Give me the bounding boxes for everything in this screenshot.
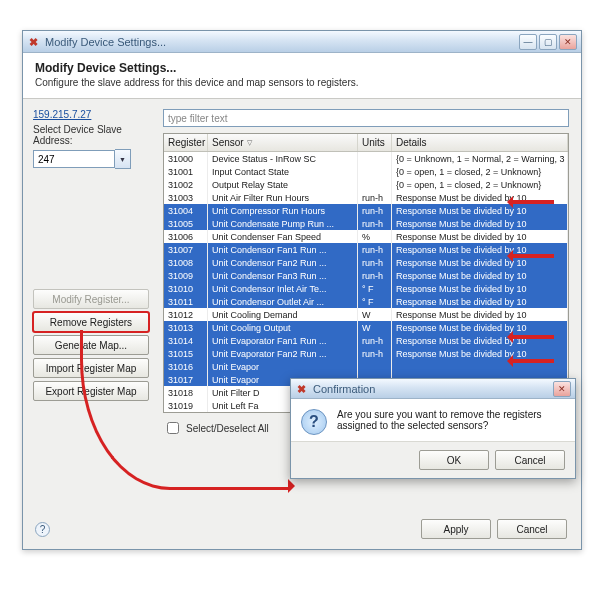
left-column: 159.215.7.27 Select Device Slave Address… — [33, 109, 159, 169]
cell-sensor: Unit Condensate Pump Run ... — [208, 217, 358, 230]
window-title: Modify Device Settings... — [45, 36, 166, 48]
annotation-arrow-icon — [510, 335, 554, 339]
app-icon: ✖ — [29, 36, 41, 48]
maximize-button[interactable]: ▢ — [539, 34, 557, 50]
table-row[interactable]: 31006Unit Condenser Fan Speed%Response M… — [164, 230, 568, 243]
cell-units: run-h — [358, 204, 392, 217]
table-row[interactable]: 31005Unit Condensate Pump Run ...run-hRe… — [164, 217, 568, 230]
cell-sensor: Unit Compressor Run Hours — [208, 204, 358, 217]
apply-button[interactable]: Apply — [421, 519, 491, 539]
device-ip-link[interactable]: 159.215.7.27 — [33, 109, 159, 120]
col-register: Register — [164, 134, 208, 151]
cell-sensor: Input Contact State — [208, 165, 358, 178]
page-subtitle: Configure the slave address for this dev… — [35, 77, 569, 88]
dialog-footer: OK Cancel — [291, 442, 575, 478]
slave-address-combo[interactable]: ▼ — [33, 149, 159, 169]
table-row[interactable]: 31009Unit Condensor Fan3 Run ...run-hRes… — [164, 269, 568, 282]
close-button[interactable]: ✕ — [559, 34, 577, 50]
table-row[interactable]: 31000Device Status - InRow SC{0 = Unknow… — [164, 152, 568, 165]
cell-sensor: Unit Condensor Fan3 Run ... — [208, 269, 358, 282]
col-sensor: Sensor▽ — [208, 134, 358, 151]
modify-register-button: Modify Register... — [33, 289, 149, 309]
table-row[interactable]: 31012Unit Cooling DemandWResponse Must b… — [164, 308, 568, 321]
cell-units — [358, 152, 392, 165]
sort-asc-icon: ▽ — [247, 139, 252, 147]
cell-units: run-h — [358, 269, 392, 282]
cell-details: Response Must be divided by 10 — [392, 217, 568, 230]
dialog-ok-button[interactable]: OK — [419, 450, 489, 470]
cell-sensor: Output Relay State — [208, 178, 358, 191]
cell-sensor: Unit Condenser Fan Speed — [208, 230, 358, 243]
cell-reg: 31009 — [164, 269, 208, 282]
titlebar[interactable]: ✖ Modify Device Settings... — ▢ ✕ — [23, 31, 581, 53]
cell-reg: 31002 — [164, 178, 208, 191]
cell-reg: 31001 — [164, 165, 208, 178]
cell-sensor: Unit Condensor Inlet Air Te... — [208, 282, 358, 295]
cell-details: Response Must be divided by 10 — [392, 204, 568, 217]
cell-units: run-h — [358, 334, 392, 347]
annotation-arrow-icon — [510, 359, 554, 363]
cell-units — [358, 178, 392, 191]
remove-registers-button[interactable]: Remove Registers — [33, 312, 149, 332]
annotation-arrow-icon — [510, 200, 554, 204]
cell-sensor: Unit Condensor Fan2 Run ... — [208, 256, 358, 269]
filter-input[interactable] — [163, 109, 569, 127]
chevron-down-icon[interactable]: ▼ — [115, 149, 131, 169]
annotation-arrow-icon — [510, 254, 554, 258]
cell-reg: 31012 — [164, 308, 208, 321]
cell-units: run-h — [358, 217, 392, 230]
cell-reg: 31003 — [164, 191, 208, 204]
cell-units: W — [358, 308, 392, 321]
dialog-close-button[interactable]: ✕ — [553, 381, 571, 397]
cell-sensor: Unit Condensor Fan1 Run ... — [208, 243, 358, 256]
page-title: Modify Device Settings... — [35, 61, 569, 75]
cell-details: Response Must be divided by 10 — [392, 295, 568, 308]
dialog-titlebar[interactable]: ✖ Confirmation ✕ — [291, 379, 575, 399]
cell-units: run-h — [358, 191, 392, 204]
cell-sensor: Unit Cooling Demand — [208, 308, 358, 321]
confirmation-dialog: ✖ Confirmation ✕ ? Are you sure you want… — [290, 378, 576, 479]
table-row[interactable]: 31010Unit Condensor Inlet Air Te...° FRe… — [164, 282, 568, 295]
col-details: Details — [392, 134, 568, 151]
cell-units — [358, 360, 392, 373]
cell-details: Response Must be divided by 10 — [392, 321, 568, 334]
cell-reg: 31004 — [164, 204, 208, 217]
cell-reg: 31007 — [164, 243, 208, 256]
dialog-title: Confirmation — [313, 383, 375, 395]
cancel-button[interactable]: Cancel — [497, 519, 567, 539]
cell-reg: 31000 — [164, 152, 208, 165]
cell-units: ° F — [358, 295, 392, 308]
cell-details: Response Must be divided by 10 — [392, 230, 568, 243]
cell-reg: 31008 — [164, 256, 208, 269]
cell-sensor: Device Status - InRow SC — [208, 152, 358, 165]
table-row[interactable]: 31002Output Relay State{0 = open, 1 = cl… — [164, 178, 568, 191]
cell-units: run-h — [358, 243, 392, 256]
dialog-message: Are you sure you want to remove the regi… — [337, 409, 565, 435]
cell-details: Response Must be divided by 10 — [392, 269, 568, 282]
cell-reg: 31005 — [164, 217, 208, 230]
cell-reg: 31011 — [164, 295, 208, 308]
grid-header[interactable]: Register Sensor▽ Units Details — [164, 134, 568, 152]
cell-details: Response Must be divided by 10 — [392, 282, 568, 295]
cell-units: run-h — [358, 256, 392, 269]
slave-address-input[interactable] — [33, 150, 115, 168]
cell-sensor: Unit Air Filter Run Hours — [208, 191, 358, 204]
cell-units: % — [358, 230, 392, 243]
cell-units: W — [358, 321, 392, 334]
dialog-cancel-button[interactable]: Cancel — [495, 450, 565, 470]
cell-details: {0 = open, 1 = closed, 2 = Unknown} — [392, 178, 568, 191]
cell-details: Response Must be divided by 10 — [392, 308, 568, 321]
cell-reg: 31010 — [164, 282, 208, 295]
col-units: Units — [358, 134, 392, 151]
cell-reg: 31006 — [164, 230, 208, 243]
cell-units — [358, 165, 392, 178]
table-row[interactable]: 31001Input Contact State{0 = open, 1 = c… — [164, 165, 568, 178]
help-icon[interactable]: ? — [35, 522, 50, 537]
cell-details: {0 = Unknown, 1 = Normal, 2 = Warning, 3… — [392, 152, 568, 165]
cell-units: ° F — [358, 282, 392, 295]
cell-sensor: Unit Condensor Outlet Air ... — [208, 295, 358, 308]
header-band: Modify Device Settings... Configure the … — [23, 53, 581, 99]
table-row[interactable]: 31011Unit Condensor Outlet Air ...° FRes… — [164, 295, 568, 308]
minimize-button[interactable]: — — [519, 34, 537, 50]
app-icon: ✖ — [297, 383, 309, 395]
